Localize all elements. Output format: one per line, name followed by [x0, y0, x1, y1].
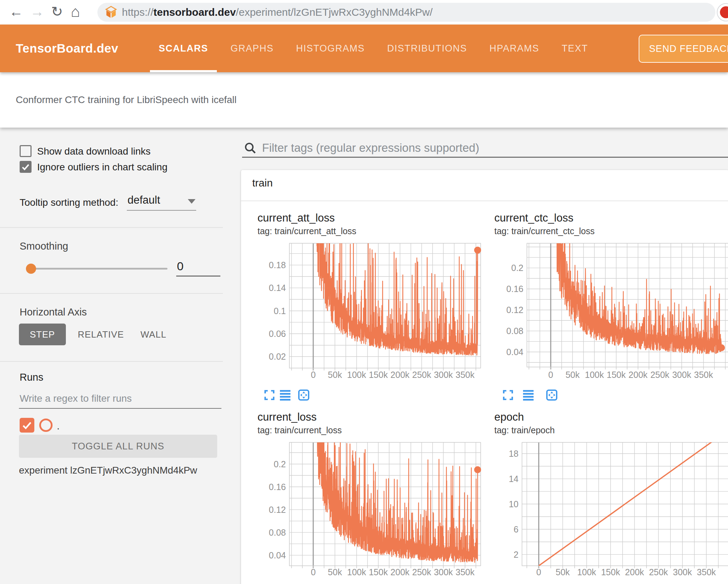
experiment-id-label: experiment lzGnETjwRxC3yghNMd4kPw	[19, 465, 197, 476]
smoothing-value[interactable]: 0	[177, 259, 184, 273]
forward-icon[interactable]: →	[30, 0, 44, 25]
svg-text:0.12: 0.12	[269, 505, 286, 515]
refresh-icon[interactable]: ↻	[51, 0, 63, 25]
svg-text:250k: 250k	[650, 370, 669, 380]
toggle-y-axis-icon[interactable]	[522, 388, 535, 402]
axis-wall-button[interactable]: WALL	[140, 324, 166, 345]
filter-tags-underline	[242, 157, 728, 158]
chart-title-epoch: epoch	[494, 411, 524, 423]
svg-text:300k: 300k	[434, 370, 453, 380]
svg-text:200k: 200k	[391, 567, 410, 577]
svg-text:250k: 250k	[649, 567, 668, 577]
smoothing-label: Smoothing	[20, 240, 68, 252]
section-title: train	[252, 177, 273, 189]
svg-text:0.18: 0.18	[269, 260, 286, 270]
smoothing-slider-thumb[interactable]	[26, 264, 36, 274]
svg-text:250k: 250k	[412, 370, 431, 380]
svg-text:0: 0	[311, 370, 316, 380]
svg-text:100k: 100k	[347, 370, 366, 380]
fullscreen-icon[interactable]	[501, 388, 515, 402]
svg-text:350k: 350k	[455, 567, 475, 577]
chart-plot-current_att_loss[interactable]: 0.020.060.10.140.18050k100k150k200k250k3…	[259, 237, 487, 387]
svg-text:0.08: 0.08	[506, 326, 523, 336]
svg-text:350k: 350k	[455, 370, 475, 380]
svg-text:300k: 300k	[434, 567, 453, 577]
fit-domain-icon[interactable]	[545, 388, 558, 402]
tab-bar: SCALARSGRAPHSHISTOGRAMSDISTRIBUTIONSHPAR…	[150, 25, 602, 72]
svg-text:50k: 50k	[556, 567, 570, 577]
svg-text:0: 0	[311, 567, 316, 577]
svg-text:50k: 50k	[328, 567, 342, 577]
horizontal-axis-label: Horizontal Axis	[20, 306, 87, 318]
smoothing-slider-track[interactable]	[31, 268, 167, 270]
run-checkbox[interactable]	[20, 418, 34, 433]
svg-text:350k: 350k	[694, 370, 713, 380]
tooltip-sorting-label: Tooltip sorting method:	[20, 197, 118, 208]
axis-step-button[interactable]: STEP	[19, 324, 66, 345]
svg-text:10: 10	[509, 499, 518, 509]
search-icon	[243, 141, 257, 155]
svg-text:0.14: 0.14	[269, 283, 286, 293]
chart-title-current_loss: current_loss	[257, 411, 317, 423]
tab-histograms[interactable]: HISTOGRAMS	[287, 25, 373, 72]
experiment-subtitle: Conformer CTC training for LibriSpeech w…	[16, 72, 236, 128]
browser-toolbar: ← → ↻ ⌂ https://tensorboard.dev/experime…	[0, 0, 728, 25]
chart-tag-current_ctc_loss: tag: train/current_ctc_loss	[494, 226, 595, 236]
svg-text:0.08: 0.08	[269, 528, 286, 537]
fullscreen-icon[interactable]	[263, 388, 276, 402]
avatar-badge	[720, 6, 728, 18]
check-icon	[21, 419, 33, 431]
tab-scalars[interactable]: SCALARS	[150, 25, 217, 72]
svg-text:50k: 50k	[328, 370, 342, 380]
svg-text:150k: 150k	[607, 370, 626, 380]
run-name-label: .	[57, 419, 60, 433]
svg-text:0.04: 0.04	[269, 550, 286, 560]
back-icon[interactable]: ←	[9, 0, 23, 25]
axis-relative-button[interactable]: RELATIVE	[78, 324, 124, 345]
svg-text:18: 18	[509, 449, 518, 459]
url-bar[interactable]: https://tensorboard.dev/experiment/lzGnE…	[97, 3, 715, 22]
divider	[0, 293, 223, 294]
show-download-links-checkbox[interactable]	[20, 145, 32, 157]
chart-plot-current_ctc_loss[interactable]: 0.040.080.120.160.2050k100k150k200k250k3…	[499, 237, 728, 387]
tab-graphs[interactable]: GRAPHS	[222, 25, 282, 72]
svg-text:0.2: 0.2	[274, 459, 286, 469]
svg-text:150k: 150k	[369, 567, 388, 577]
divider	[0, 361, 223, 362]
tab-text[interactable]: TEXT	[553, 25, 597, 72]
toggle-y-axis-icon[interactable]	[279, 388, 292, 402]
divider	[0, 227, 223, 228]
runs-regex-input[interactable]	[19, 393, 217, 405]
ignore-outliers-checkbox[interactable]	[20, 161, 32, 173]
brand: TensorBoard.dev	[16, 25, 118, 72]
fit-domain-icon[interactable]	[297, 388, 310, 402]
svg-text:0.16: 0.16	[506, 284, 523, 294]
avatar[interactable]	[717, 3, 728, 21]
run-color-circle[interactable]	[39, 419, 53, 432]
chart-tag-epoch: tag: train/epoch	[494, 425, 555, 435]
svg-text:200k: 200k	[629, 370, 648, 380]
ignore-outliers-label: Ignore outliers in chart scaling	[37, 162, 167, 173]
show-download-links-label: Show data download links	[37, 146, 151, 157]
tab-hparams[interactable]: HPARAMS	[481, 25, 548, 72]
send-feedback-button[interactable]: SEND FEEDBACK	[639, 35, 728, 63]
chart-plot-current_loss[interactable]: 0.040.080.120.160.2050k100k150k200k250k3…	[259, 436, 487, 584]
svg-text:100k: 100k	[585, 370, 604, 380]
runs-regex-underline	[19, 408, 221, 409]
runs-label: Runs	[20, 372, 43, 383]
check-icon	[21, 162, 30, 172]
chart-plot-epoch[interactable]: 26101418050k100k150k200k250k300k350k	[499, 436, 728, 584]
filter-tags-input[interactable]	[261, 141, 718, 155]
tensorboard-favicon	[104, 6, 118, 19]
toggle-all-runs-button[interactable]: TOGGLE ALL RUNS	[19, 435, 217, 458]
svg-text:150k: 150k	[369, 370, 388, 380]
tab-distributions[interactable]: DISTRIBUTIONS	[378, 25, 476, 72]
url-text[interactable]: https://tensorboard.dev/experiment/lzGnE…	[122, 3, 433, 22]
svg-text:0.12: 0.12	[506, 305, 523, 315]
tooltip-sorting-select[interactable]: default	[128, 194, 160, 206]
svg-text:0.2: 0.2	[511, 263, 523, 273]
tooltip-sorting-underline	[127, 210, 196, 211]
home-icon[interactable]: ⌂	[71, 0, 80, 25]
chevron-down-icon[interactable]	[188, 199, 195, 204]
svg-text:300k: 300k	[673, 567, 692, 577]
